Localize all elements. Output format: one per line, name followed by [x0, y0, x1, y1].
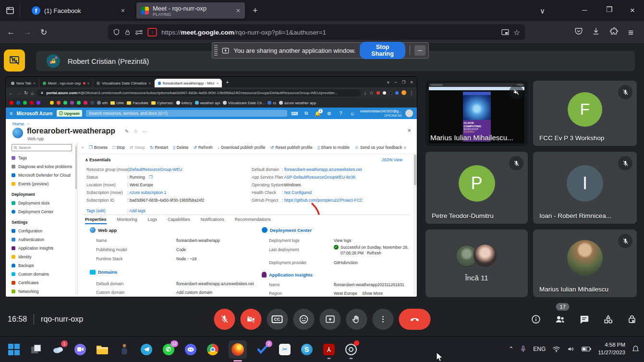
tab-meet[interactable]: Meet - rqo-nurr-oxp PLAYING × — [136, 2, 245, 19]
window-close-button[interactable]: × — [630, 6, 635, 15]
more-options-button[interactable] — [372, 309, 393, 330]
bookmark-favicon[interactable] — [57, 101, 61, 105]
command-browse[interactable]: ❐Browse — [89, 145, 108, 150]
pin-icon[interactable]: ✎ — [125, 129, 129, 134]
captions-button[interactable]: CC — [267, 309, 288, 330]
bookmark-favicon[interactable] — [30, 101, 34, 105]
command-delete[interactable]: ▯Delete — [173, 145, 189, 150]
acrobat-icon[interactable]: ⅄ — [323, 343, 335, 356]
chrome-reload-icon[interactable]: ↻ — [24, 90, 28, 96]
pocket-icon[interactable] — [574, 27, 583, 36]
lock-icon[interactable] — [124, 29, 131, 36]
telegram-icon[interactable] — [140, 343, 153, 356]
default-domain-link[interactable]: florearobert-weatherapp.azurewebsites.ne… — [282, 167, 362, 172]
wifi-icon[interactable] — [552, 346, 560, 352]
chat-button[interactable] — [579, 314, 590, 325]
raise-hand-button[interactable] — [346, 309, 367, 330]
page-scrollbar[interactable] — [413, 153, 417, 296]
sidebar-item-custom-domains[interactable]: Custom domains — [6, 270, 77, 278]
menu-icon[interactable]: ≡ — [628, 27, 633, 38]
url-bar[interactable]: ↑ https://meet.google.com/rqo-nurr-oxp?p… — [108, 24, 525, 40]
bookmark-favicon[interactable] — [36, 101, 40, 105]
essentials-heading[interactable]: ∧ Essentials — [85, 157, 111, 162]
favorite-star-icon[interactable]: ☆ — [134, 129, 138, 134]
screen-share-indicator-icon[interactable]: ↑ — [147, 28, 157, 36]
chrome-menu-icon[interactable]: ⋮ — [409, 90, 414, 96]
command-refresh[interactable]: ↺Refresh — [193, 145, 212, 150]
bookmark-favicon[interactable] — [16, 101, 20, 105]
tracking-shield-icon[interactable] — [113, 28, 120, 36]
bookmark-favicon[interactable] — [50, 101, 54, 105]
azure-search-input[interactable] — [86, 110, 287, 117]
snipping-tool-icon[interactable]: ✂ — [279, 343, 291, 356]
tab-close-icon[interactable]: × — [121, 7, 125, 14]
chrome-url-bar[interactable]: portal.azure.com/#@Oficinan3.onmicrosoft… — [36, 89, 361, 97]
chrome-close-button[interactable]: × — [410, 80, 413, 85]
tray-overflow-chevron[interactable]: ⌃ — [509, 346, 513, 352]
sidebar-item-application-insights[interactable]: Application Insights — [6, 244, 77, 253]
sidebar-scrollbar[interactable] — [75, 143, 77, 295]
bookmark-azure-weather-app[interactable]: azure weather app — [279, 101, 316, 105]
whatsapp-icon[interactable]: ✆ 12 — [162, 343, 175, 356]
new-tab-button[interactable]: + — [253, 6, 258, 16]
obs-icon[interactable] — [345, 343, 357, 356]
tab-list-chevron-icon[interactable]: ∨ — [540, 7, 545, 15]
bookmark-weather-api[interactable]: weather api — [195, 101, 220, 105]
bookmark-favicon[interactable] — [43, 101, 47, 105]
permissions-icon[interactable] — [135, 29, 143, 36]
downloads-icon[interactable] — [592, 27, 600, 36]
chrome-icon[interactable] — [207, 343, 219, 356]
tab-properties[interactable]: Properties — [85, 217, 107, 224]
bookmark-vizualizare[interactable]: Vizualizare Date Cli... — [223, 101, 265, 105]
azure-menu-icon[interactable]: ≡ — [10, 110, 12, 116]
reload-button[interactable]: ↻ — [36, 27, 52, 37]
participant-tile-marius-presenting[interactable]: CLOUDCOMPUTING WORKSHOP 2nd Edition Mari… — [425, 81, 528, 146]
help-icon[interactable]: ? — [337, 111, 345, 116]
sidebar-item-events[interactable]: Events (preview) — [6, 180, 77, 188]
forward-button[interactable]: → — [19, 27, 36, 37]
overflow-tile[interactable]: Încă 11 — [425, 229, 528, 297]
profile-avatar[interactable] — [401, 90, 406, 95]
subscription-link[interactable]: Azure subscription 1 — [127, 190, 166, 195]
battery-icon[interactable] — [582, 346, 591, 352]
weather-widget-icon[interactable]: 1 — [52, 343, 64, 356]
sidebar-item-defender[interactable]: Microsoft Defender for Cloud — [6, 171, 77, 180]
extension-icon[interactable] — [395, 91, 399, 95]
tab-monitoring[interactable]: Monitoring — [117, 217, 137, 224]
stop-sharing-button[interactable]: Stop Sharing — [360, 42, 405, 59]
bookmark-cybersec[interactable]: Cybersec — [151, 101, 173, 105]
command-swap[interactable]: ⇄Swap — [130, 145, 145, 150]
sharing-notification-bar[interactable]: You are sharing another application wind… — [212, 42, 429, 59]
sidebar-item-configuration[interactable]: Configuration — [6, 227, 77, 235]
chrome-download-icon[interactable]: ↓ — [364, 90, 366, 96]
upgrade-button[interactable]: ⓘUpgrade — [57, 110, 82, 117]
account-avatar[interactable] — [405, 109, 413, 117]
start-button[interactable] — [8, 343, 20, 356]
add-tags-link[interactable]: Add tags — [127, 208, 146, 213]
collapse-menu-button[interactable]: « — [82, 145, 84, 150]
json-view-link[interactable]: JSON View — [382, 157, 402, 162]
feedback-icon[interactable]: ☺ — [349, 111, 356, 116]
reactions-button[interactable] — [293, 309, 314, 330]
extension-icon[interactable] — [383, 91, 386, 95]
chrome-forward-icon[interactable]: → — [16, 90, 21, 96]
bookmark-favicon[interactable] — [23, 101, 27, 105]
zoom-app-icon[interactable] — [74, 343, 86, 356]
account-info[interactable]: robertcristian242322@g...OFICINA N3 — [360, 109, 401, 118]
sidebar-item-diagnose[interactable]: Diagnose and solve problems — [6, 162, 77, 171]
bookmark-favicon[interactable] — [90, 101, 94, 105]
settings-gear-icon[interactable]: ⚙ — [326, 111, 333, 116]
notification-bell-icon[interactable] — [632, 345, 639, 353]
sidebar-item-networking[interactable]: Networking — [6, 287, 77, 296]
mic-off-button[interactable] — [214, 309, 235, 330]
breadcrumb[interactable]: Home — [12, 121, 24, 126]
sidebar-item-certificates[interactable]: Certificates — [6, 278, 77, 287]
firefox-view-icon[interactable] — [6, 4, 20, 17]
drag-handle[interactable] — [214, 45, 218, 56]
command-feedback[interactable]: ☺Send us your feedback∨ — [354, 145, 406, 150]
bookmark-rs[interactable]: rs — [267, 101, 276, 105]
participants-button[interactable]: 17 — [554, 314, 566, 325]
chrome-maximize-button[interactable]: ❐ — [402, 80, 405, 84]
bookmark-utile[interactable]: Utile — [110, 101, 124, 105]
skype-icon[interactable]: S — [301, 343, 313, 356]
